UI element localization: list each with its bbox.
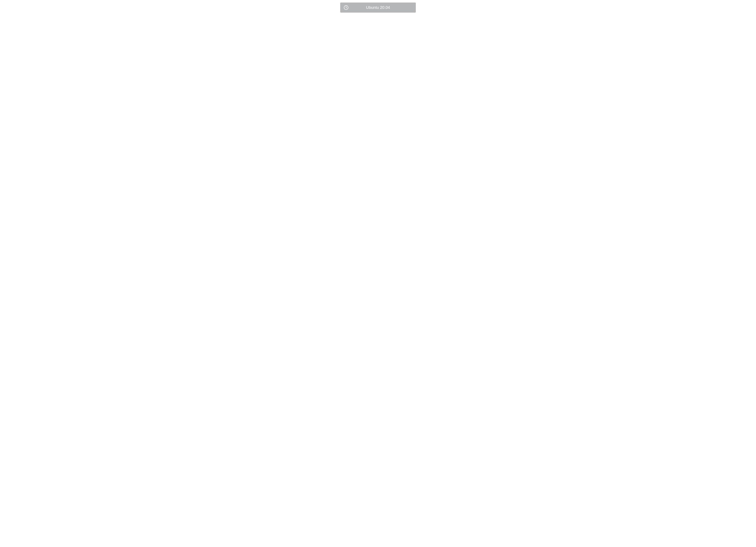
pill-ubuntu-parent: Ubuntu 20.04 — [340, 3, 416, 13]
clock-icon — [340, 5, 352, 10]
diagram-stage: Ubuntu 20.04 Ubuntu 20.04.3 COMMON — [246, 0, 510, 13]
ubuntu-parent-label: Ubuntu 20.04 — [352, 5, 416, 10]
